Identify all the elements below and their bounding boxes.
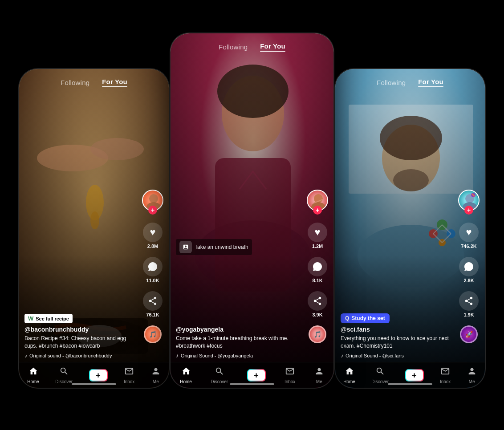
sound-text-right: Original Sound - @sci.fans bbox=[345, 353, 404, 358]
nav-plus-left[interactable]: + bbox=[89, 369, 108, 381]
sound-row-left: ♪ Original sound - @baconbrunchbuddy bbox=[24, 353, 140, 359]
heart-icon-left: ♥ bbox=[143, 223, 163, 242]
nav-plus-center[interactable]: + bbox=[247, 369, 266, 381]
tab-for-you-right[interactable]: For You bbox=[418, 78, 443, 87]
nav-plus-right[interactable]: + bbox=[405, 369, 424, 381]
share-action-left[interactable]: 76.1K bbox=[143, 291, 163, 317]
nav-discover-label-left: Discover bbox=[55, 379, 73, 384]
music-note-center: ♪ bbox=[176, 353, 179, 359]
nav-home-left[interactable]: Home bbox=[27, 366, 39, 384]
nav-home-right[interactable]: Home bbox=[343, 366, 355, 384]
nav-discover-label-center: Discover bbox=[211, 379, 228, 384]
like-count-right: 746.2K bbox=[461, 243, 476, 249]
nav-inbox-right[interactable]: Inbox bbox=[440, 366, 451, 384]
nav-home-label-left: Home bbox=[27, 379, 39, 384]
nav-me-label-center: Me bbox=[316, 379, 322, 384]
caption-text-center: Take an unwind breath bbox=[195, 244, 248, 250]
nav-discover-center[interactable]: Discover bbox=[211, 366, 228, 384]
right-actions-right: + ♥ 746.2K 2.8K bbox=[458, 190, 480, 343]
like-action-left[interactable]: ♥ 2.8M bbox=[143, 223, 163, 249]
music-disc-center: 🎵 bbox=[309, 325, 326, 343]
recipe-w-icon: W bbox=[28, 315, 33, 322]
sound-text-center: Original Sound - @yogabyangela bbox=[181, 353, 253, 358]
comment-icon-left bbox=[143, 257, 163, 276]
tab-for-you-left[interactable]: For You bbox=[102, 78, 127, 87]
search-icon-left bbox=[59, 366, 69, 378]
plus-icon-left: + bbox=[96, 371, 101, 379]
phone-center-screen: Following For You Take an unwind breath bbox=[171, 33, 333, 388]
caption-banner-center: Take an unwind breath bbox=[176, 239, 252, 255]
username-center[interactable]: @yogabyangela bbox=[176, 326, 305, 333]
username-right[interactable]: @sci.fans bbox=[341, 326, 456, 333]
comment-action-left[interactable]: 11.0K bbox=[143, 257, 163, 283]
nav-me-right[interactable]: Me bbox=[467, 366, 477, 384]
share-action-right[interactable]: 1.9K bbox=[459, 291, 479, 317]
phone-right: Following For You bbox=[334, 68, 486, 389]
plus-button-right[interactable]: + bbox=[405, 369, 424, 381]
avatar-container-left: + bbox=[142, 190, 163, 211]
follow-button-center[interactable]: + bbox=[313, 206, 322, 215]
comment-count-right: 2.8K bbox=[463, 278, 474, 283]
share-action-center[interactable]: 3.9K bbox=[308, 291, 327, 317]
nav-inbox-center[interactable]: Inbox bbox=[285, 366, 295, 384]
avatar-action-right[interactable]: + bbox=[458, 190, 480, 215]
top-navigation-right: Following For You bbox=[335, 78, 485, 87]
nav-me-left[interactable]: Me bbox=[151, 366, 161, 384]
inbox-icon-left bbox=[124, 366, 134, 378]
phone-right-screen: Following For You bbox=[335, 69, 485, 388]
share-count-center: 3.9K bbox=[312, 312, 322, 317]
right-actions-left: + ♥ 2.8M 11.0K bbox=[142, 190, 163, 343]
description-center: Come take a 1-minute breathing break wit… bbox=[176, 335, 305, 350]
quizlet-text-right: Study the set bbox=[351, 315, 385, 321]
svg-point-9 bbox=[149, 194, 158, 203]
nav-inbox-left[interactable]: Inbox bbox=[124, 366, 134, 384]
avatar-container-right: + bbox=[458, 190, 480, 211]
comment-action-right[interactable]: 2.8K bbox=[459, 257, 479, 283]
me-icon-left bbox=[151, 366, 161, 378]
recipe-text: See full recipe bbox=[36, 316, 69, 321]
home-icon-right bbox=[345, 366, 354, 378]
follow-button-right[interactable]: + bbox=[464, 206, 473, 215]
avatar-action-left[interactable]: + bbox=[142, 190, 163, 215]
top-navigation-center: Following For You bbox=[171, 42, 333, 52]
sound-row-center: ♪ Original Sound - @yogabyangela bbox=[176, 353, 305, 359]
nav-home-label-center: Home bbox=[180, 379, 192, 384]
share-count-left: 76.1K bbox=[146, 312, 159, 317]
like-action-right[interactable]: ♥ 746.2K bbox=[459, 223, 479, 249]
like-action-center[interactable]: ♥ 1.2M bbox=[308, 223, 327, 249]
tab-following-right[interactable]: Following bbox=[377, 79, 406, 86]
plus-icon-center: + bbox=[254, 371, 259, 379]
nav-inbox-label-right: Inbox bbox=[440, 379, 451, 384]
tab-for-you-center[interactable]: For You bbox=[260, 42, 285, 52]
sound-row-right: ♪ Original Sound - @sci.fans bbox=[341, 353, 456, 359]
music-note-right: ♪ bbox=[341, 353, 343, 359]
nav-me-center[interactable]: Me bbox=[314, 366, 324, 384]
description-right: Everything you need to know to ace your … bbox=[341, 335, 456, 350]
comment-icon-right bbox=[459, 257, 479, 276]
quizlet-badge-right[interactable]: Q Study the set bbox=[341, 313, 390, 323]
home-icon-left bbox=[28, 366, 38, 378]
share-icon-center bbox=[308, 291, 327, 311]
plus-button-center[interactable]: + bbox=[247, 369, 266, 381]
inbox-icon-right bbox=[440, 366, 450, 378]
comment-action-center[interactable]: 8.1K bbox=[308, 257, 327, 283]
nav-home-center[interactable]: Home bbox=[180, 366, 192, 384]
nav-discover-left[interactable]: Discover bbox=[55, 366, 73, 384]
bottom-info-right: Q Study the set @sci.fans Everything you… bbox=[341, 313, 456, 359]
comment-count-center: 8.1K bbox=[312, 278, 322, 283]
follow-button-left[interactable]: + bbox=[148, 206, 157, 215]
tab-following-center[interactable]: Following bbox=[219, 43, 248, 51]
plus-icon-right: + bbox=[412, 371, 417, 379]
heart-icon-center: ♥ bbox=[308, 223, 327, 242]
share-icon-left bbox=[143, 291, 163, 311]
recipe-badge-left[interactable]: W See full recipe bbox=[24, 314, 73, 323]
quizlet-icon-right: Q bbox=[345, 315, 349, 321]
nav-home-label-right: Home bbox=[343, 379, 355, 384]
home-indicator-right bbox=[388, 383, 432, 385]
username-left[interactable]: @baconbrunchbuddy bbox=[24, 326, 140, 333]
avatar-action-center[interactable]: + bbox=[307, 190, 328, 215]
nav-me-label-right: Me bbox=[469, 379, 475, 384]
tab-following-left[interactable]: Following bbox=[61, 79, 89, 86]
nav-discover-right[interactable]: Discover bbox=[371, 366, 389, 384]
plus-button-left[interactable]: + bbox=[89, 369, 108, 381]
